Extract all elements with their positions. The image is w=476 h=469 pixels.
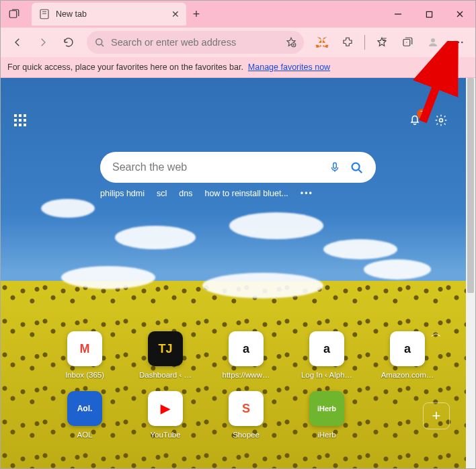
- quick-link-iherb[interactable]: iHerbiHerb: [301, 391, 352, 439]
- tile-label: Amazon.com…: [376, 371, 438, 379]
- tile-label: AOL: [54, 431, 116, 439]
- svg-point-3: [96, 39, 102, 45]
- svg-point-8: [458, 42, 459, 43]
- tile-icon: iHerb: [309, 391, 344, 426]
- quick-links: MInbox (365)TJDashboard ‹ …ahttps://www……: [50, 331, 426, 451]
- quick-link-shopee[interactable]: SShopee: [221, 391, 272, 439]
- favorites-bar-message: For quick access, place your favorites h…: [1, 57, 475, 78]
- tile-icon: Aol.: [67, 391, 102, 426]
- window-minimize-button[interactable]: [383, 1, 413, 28]
- new-tab-button[interactable]: +: [186, 7, 206, 22]
- svg-rect-2: [426, 11, 432, 17]
- favorite-star-icon[interactable]: [285, 36, 297, 48]
- favorites-bar-text: For quick access, place your favorites h…: [7, 62, 243, 72]
- quick-link-gmail[interactable]: MInbox (365): [59, 331, 110, 379]
- tile-label: Inbox (365): [54, 371, 116, 379]
- titlebar: New tab ✕ +: [1, 1, 475, 28]
- manage-favorites-link[interactable]: Manage favorites now: [248, 62, 330, 72]
- tile-icon: a: [390, 331, 425, 366]
- tile-label: YouTube: [134, 431, 196, 439]
- web-search-placeholder: Search the web: [112, 161, 321, 173]
- tile-label: iHerb: [296, 431, 358, 439]
- refresh-button[interactable]: [57, 31, 80, 54]
- page-settings-button[interactable]: [430, 109, 452, 132]
- svg-point-9: [461, 42, 463, 43]
- add-tile-button[interactable]: +: [423, 402, 450, 429]
- tile-icon: ▶: [148, 391, 183, 426]
- tab-actions-button[interactable]: [1, 1, 28, 28]
- back-button[interactable]: [6, 31, 29, 54]
- extension-metamask-icon[interactable]: [311, 31, 333, 54]
- tile-icon: TJ: [148, 331, 183, 366]
- quick-link-amazon[interactable]: aAmazon.com…: [382, 331, 433, 379]
- svg-point-12: [352, 163, 360, 171]
- tile-icon: S: [229, 391, 264, 426]
- scrollbar[interactable]: [466, 78, 475, 468]
- toolbar-separator: [364, 35, 365, 50]
- trend-more-icon[interactable]: •••: [301, 189, 313, 198]
- favorites-button[interactable]: [370, 31, 393, 54]
- gear-icon: [434, 114, 448, 127]
- search-icon: [93, 36, 106, 48]
- quick-link-aol[interactable]: Aol.AOL: [59, 391, 110, 439]
- tile-icon: a: [229, 331, 264, 366]
- profile-button[interactable]: [422, 31, 444, 54]
- trend-item[interactable]: scl: [157, 189, 167, 198]
- trending-row: philips hdmi scl dns how to reinstall bl…: [100, 189, 376, 198]
- forward-button[interactable]: [32, 31, 54, 54]
- quick-link-a1[interactable]: ahttps://www…: [221, 331, 272, 379]
- trend-item[interactable]: dns: [179, 189, 192, 198]
- svg-rect-1: [40, 9, 48, 19]
- tile-label: Shopee: [215, 431, 277, 439]
- scrollbar-thumb[interactable]: [467, 78, 474, 293]
- web-search-box[interactable]: Search the web: [100, 152, 376, 183]
- ntp-top-bar: 7: [1, 109, 466, 132]
- svg-rect-0: [9, 11, 17, 18]
- svg-rect-11: [333, 163, 337, 168]
- address-bar[interactable]: [87, 31, 304, 54]
- svg-point-7: [454, 42, 456, 43]
- tile-icon: a: [309, 331, 344, 366]
- tab-label: New tab: [56, 9, 166, 19]
- collections-button[interactable]: [396, 31, 419, 54]
- quick-link-tj[interactable]: TJDashboard ‹ …: [140, 331, 191, 379]
- browser-window: New tab ✕ + For quick access, place your…: [0, 0, 476, 469]
- trend-item[interactable]: philips hdmi: [100, 189, 145, 198]
- quick-link-youtube[interactable]: ▶YouTube: [140, 391, 191, 439]
- address-input[interactable]: [111, 37, 280, 48]
- extensions-button[interactable]: [336, 31, 359, 54]
- apps-grid-button[interactable]: [14, 114, 26, 126]
- notifications-badge: 7: [417, 109, 427, 119]
- tab-page-icon: [38, 8, 50, 20]
- tile-label: Log In ‹ Alph…: [296, 371, 358, 379]
- svg-point-10: [440, 119, 443, 122]
- window-close-button[interactable]: [444, 1, 475, 28]
- new-tab-page: 7 Search the web philips hdmi scl dns ho…: [1, 78, 475, 468]
- tab-active[interactable]: New tab ✕: [32, 3, 186, 26]
- tab-close-icon[interactable]: ✕: [171, 9, 180, 19]
- tile-icon: M: [67, 331, 102, 366]
- window-maximize-button[interactable]: [413, 1, 444, 28]
- toolbar: [1, 28, 475, 57]
- search-icon[interactable]: [349, 160, 364, 175]
- mic-icon[interactable]: [329, 160, 341, 175]
- quick-link-a2[interactable]: aLog In ‹ Alph…: [301, 331, 352, 379]
- trend-item[interactable]: how to reinstall bluet...: [204, 189, 288, 198]
- settings-more-button[interactable]: [447, 31, 470, 54]
- tile-label: Dashboard ‹ …: [134, 371, 196, 379]
- notifications-button[interactable]: 7: [408, 112, 422, 128]
- tile-label: https://www…: [215, 371, 277, 379]
- svg-point-6: [431, 38, 435, 42]
